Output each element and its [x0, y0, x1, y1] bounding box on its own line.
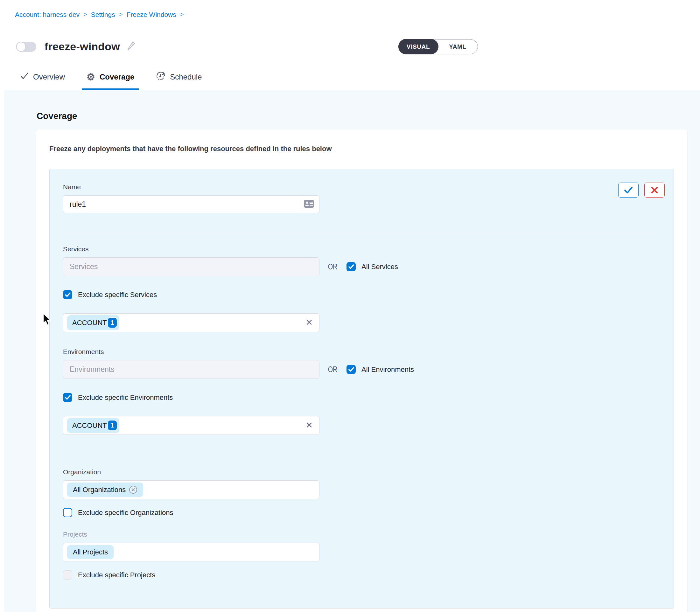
tab-overview[interactable]: Overview — [18, 64, 67, 90]
services-input[interactable] — [63, 257, 319, 276]
divider — [57, 233, 660, 233]
tab-schedule[interactable]: Schedule — [154, 64, 204, 90]
all-projects-chip: All Projects — [67, 545, 113, 559]
exclude-projects-checkbox-row: Exclude specific Projects — [63, 570, 660, 580]
exclude-organizations-checkbox-row[interactable]: Exclude specific Organizations — [63, 508, 660, 517]
title-bar: freeze-window VISUAL YAML — [0, 29, 700, 64]
name-label: Name — [63, 183, 660, 191]
gear-icon: ⚙ — [86, 72, 95, 82]
environments-label: Environments — [63, 348, 660, 356]
coverage-heading: Coverage — [37, 111, 700, 121]
exclude-organizations-label: Exclude specific Organizations — [78, 509, 174, 517]
chip-label: ACCOUNT — [72, 319, 107, 327]
divider — [57, 456, 660, 456]
all-services-checkbox-row[interactable]: All Services — [346, 262, 398, 271]
yaml-view-button[interactable]: YAML — [438, 39, 478, 54]
all-environments-label: All Environments — [361, 365, 414, 374]
excluded-environments-input[interactable]: ACCOUNT 1 ✕ — [63, 416, 319, 435]
exclude-services-checkbox[interactable] — [63, 290, 72, 299]
name-input[interactable] — [70, 200, 304, 209]
rule-panel: Name Services OR All Services — [49, 169, 674, 609]
breadcrumb-freeze-windows-link[interactable]: Freeze Windows — [126, 11, 176, 18]
exclude-projects-label: Exclude specific Projects — [78, 571, 155, 579]
check-icon — [20, 72, 29, 82]
organization-input[interactable]: All Organizations — [63, 480, 319, 499]
confirm-rule-button[interactable] — [618, 183, 639, 197]
or-label: OR — [328, 262, 338, 272]
exclude-environments-checkbox-row[interactable]: Exclude specific Environments — [63, 393, 660, 402]
excluded-services-input[interactable]: ACCOUNT 1 ✕ — [63, 313, 319, 332]
projects-input[interactable]: All Projects — [63, 543, 319, 561]
name-input-wrap — [63, 195, 319, 213]
page-title: freeze-window — [44, 40, 120, 53]
all-environments-checkbox[interactable] — [346, 365, 356, 374]
tab-label: Coverage — [100, 72, 134, 81]
view-switch: VISUAL YAML — [398, 39, 478, 54]
account-scope-chip[interactable]: ACCOUNT 1 — [67, 315, 119, 330]
clear-icon[interactable]: ✕ — [305, 318, 313, 327]
chip-count-badge: 1 — [108, 420, 117, 430]
rule-actions — [618, 183, 665, 197]
schedule-icon — [156, 71, 165, 83]
toggle-knob — [16, 42, 26, 52]
coverage-content: Coverage Freeze any deployments that hav… — [0, 90, 700, 612]
coverage-card: Freeze any deployments that have the fol… — [36, 129, 687, 612]
exclude-services-label: Exclude specific Services — [78, 291, 157, 299]
breadcrumb-account-link[interactable]: Account: harness-dev — [15, 11, 80, 18]
tab-bar: Overview ⚙ Coverage Schedule — [0, 64, 700, 90]
breadcrumb-separator: > — [83, 11, 87, 18]
card-intro-text: Freeze any deployments that have the fol… — [49, 145, 674, 153]
all-environments-checkbox-row[interactable]: All Environments — [346, 365, 414, 374]
freeze-enable-toggle[interactable] — [16, 42, 36, 52]
chip-label: ACCOUNT — [72, 421, 107, 430]
tab-coverage[interactable]: ⚙ Coverage — [85, 64, 136, 90]
breadcrumb-separator: > — [119, 11, 123, 18]
chip-remove-icon[interactable] — [129, 485, 137, 494]
projects-label: Projects — [63, 531, 660, 538]
or-label: OR — [328, 364, 338, 374]
edit-pencil-icon[interactable] — [126, 41, 136, 53]
chip-count-badge: 1 — [108, 318, 117, 328]
services-label: Services — [63, 245, 660, 253]
organization-label: Organization — [63, 468, 660, 476]
all-organizations-chip[interactable]: All Organizations — [67, 483, 143, 497]
chip-label: All Projects — [73, 548, 108, 556]
tab-label: Schedule — [170, 72, 202, 81]
exclude-projects-checkbox — [63, 570, 72, 580]
left-strip — [0, 90, 4, 612]
breadcrumb-separator: > — [180, 11, 184, 18]
clear-icon[interactable]: ✕ — [305, 421, 313, 430]
exclude-environments-checkbox[interactable] — [63, 393, 72, 402]
breadcrumb-bar: Account: harness-dev > Settings > Freeze… — [0, 0, 700, 29]
exclude-environments-label: Exclude specific Environments — [78, 393, 173, 402]
chip-label: All Organizations — [73, 486, 126, 494]
breadcrumb: Account: harness-dev > Settings > Freeze… — [15, 11, 183, 18]
environments-input[interactable] — [63, 360, 319, 379]
all-services-checkbox[interactable] — [346, 262, 356, 271]
breadcrumb-settings-link[interactable]: Settings — [91, 11, 115, 18]
tab-label: Overview — [33, 72, 65, 81]
account-scope-chip[interactable]: ACCOUNT 1 — [67, 418, 119, 433]
exclude-organizations-checkbox[interactable] — [63, 508, 72, 517]
delete-rule-button[interactable] — [644, 183, 665, 197]
id-card-icon — [304, 199, 314, 209]
exclude-services-checkbox-row[interactable]: Exclude specific Services — [63, 290, 660, 299]
all-services-label: All Services — [361, 263, 398, 271]
visual-view-button[interactable]: VISUAL — [398, 39, 438, 54]
